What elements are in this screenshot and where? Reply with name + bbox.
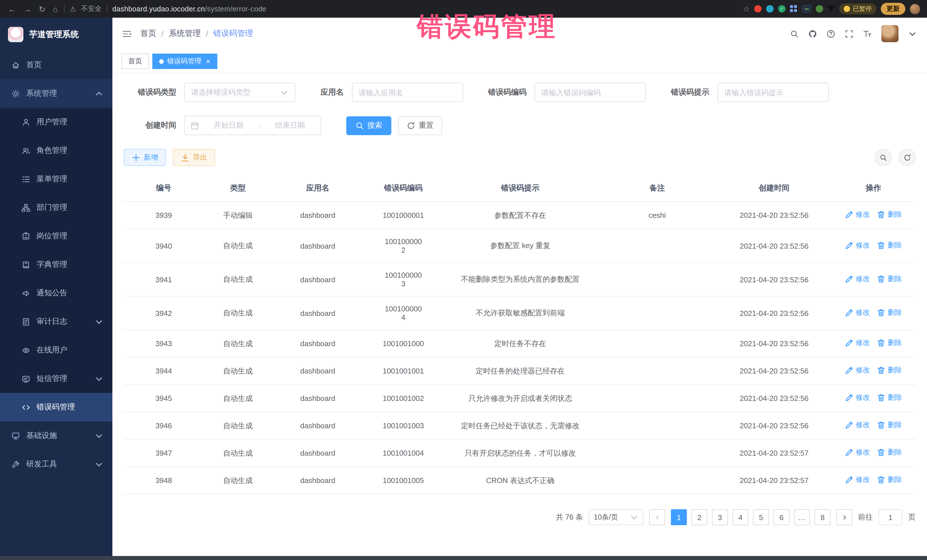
delete-link[interactable]: 删除 <box>877 366 902 375</box>
sidebar-item-5[interactable]: 部门管理 <box>0 193 112 222</box>
breadcrumb-item[interactable]: 系统管理 <box>169 29 201 39</box>
edit-link[interactable]: 修改 <box>845 448 870 457</box>
edit-icon <box>845 393 853 402</box>
logo[interactable]: 芋道管理系统 <box>0 18 112 51</box>
sidebar-item-12[interactable]: 错误码管理 <box>0 393 112 422</box>
fullscreen-icon[interactable] <box>845 29 853 38</box>
delete-link[interactable]: 删除 <box>877 338 902 348</box>
extension-icon-teal[interactable] <box>766 5 774 12</box>
sidebar-item-10[interactable]: 在线用户 <box>0 336 112 364</box>
show-search-button[interactable] <box>874 149 892 166</box>
next-page-button[interactable] <box>836 509 852 525</box>
reset-button[interactable]: 重置 <box>398 116 442 135</box>
font-size-icon[interactable] <box>863 29 872 38</box>
error-hint-input[interactable] <box>717 83 828 102</box>
edit-icon <box>845 339 853 347</box>
delete-icon <box>877 421 885 429</box>
delete-link[interactable]: 删除 <box>877 475 902 485</box>
sidebar-item-14[interactable]: 研发工具 <box>0 450 112 478</box>
browser-home-button[interactable]: ⌂ <box>52 4 59 14</box>
sidebar-item-4[interactable]: 菜单管理 <box>0 165 112 193</box>
error-type-select[interactable]: 请选择错误码类型 <box>184 83 295 102</box>
page-button-6[interactable]: 6 <box>774 509 790 525</box>
browser-reload-button[interactable]: ↻ <box>38 4 47 14</box>
address-bar[interactable]: dashboard.yudao.iocoder.cn/system/error-… <box>112 5 266 13</box>
tab-0[interactable]: 首页 <box>122 54 149 69</box>
app-name-input[interactable] <box>352 83 463 102</box>
delete-link[interactable]: 删除 <box>877 210 902 220</box>
sidebar-item-9[interactable]: 审计日志 <box>0 307 112 336</box>
sidebar-item-3[interactable]: 角色管理 <box>0 136 112 165</box>
extension-icon-red[interactable] <box>754 5 761 12</box>
sidebar-item-1[interactable]: 系统管理 <box>0 79 112 108</box>
github-icon[interactable] <box>808 29 817 38</box>
search-button[interactable]: 搜索 <box>346 116 391 135</box>
browser-profile-avatar[interactable] <box>910 4 920 14</box>
sidebar-item-label: 研发工具 <box>26 459 57 469</box>
more-pages-button[interactable]: ... <box>794 509 810 525</box>
page-button-5[interactable]: 5 <box>753 509 769 525</box>
delete-link[interactable]: 删除 <box>877 308 902 317</box>
delete-link[interactable]: 删除 <box>877 448 902 457</box>
edit-link[interactable]: 修改 <box>845 338 870 348</box>
extension-icon-grid[interactable] <box>790 5 798 12</box>
sidebar-item-13[interactable]: 基础设施 <box>0 422 112 450</box>
page-button-2[interactable]: 2 <box>691 509 707 525</box>
page-button-8[interactable]: 8 <box>815 509 831 525</box>
add-button[interactable]: 新增 <box>124 149 166 166</box>
breadcrumb-item[interactable]: 首页 <box>140 29 156 39</box>
delete-icon <box>877 275 885 283</box>
date-range-picker[interactable]: 开始日期 - 结束日期 <box>184 116 321 135</box>
sidebar-item-label: 用户管理 <box>36 117 67 127</box>
delete-link[interactable]: 删除 <box>877 420 902 430</box>
browser-forward-button[interactable]: → <box>22 4 32 14</box>
delete-link[interactable]: 删除 <box>877 393 902 403</box>
page-button-3[interactable]: 3 <box>712 509 728 525</box>
goto-page-input[interactable] <box>878 509 903 525</box>
column-header: 备注 <box>597 175 717 202</box>
edit-link[interactable]: 修改 <box>845 210 870 220</box>
page-button-4[interactable]: 4 <box>732 509 748 525</box>
hamburger-icon[interactable] <box>123 29 131 38</box>
edit-link[interactable]: 修改 <box>845 240 870 250</box>
bookmark-star-icon[interactable]: ☆ <box>743 5 749 13</box>
gear-icon <box>11 89 20 98</box>
edit-link[interactable]: 修改 <box>845 274 870 284</box>
search-icon[interactable] <box>790 29 799 38</box>
sidebar-item-8[interactable]: 通知公告 <box>0 279 112 307</box>
tab-1[interactable]: 错误码管理× <box>152 54 217 69</box>
search-icon <box>356 121 364 130</box>
edit-icon <box>845 211 853 219</box>
error-code-input[interactable] <box>535 83 646 102</box>
update-button[interactable]: 更新 <box>881 3 905 15</box>
sidebar-item-0[interactable]: 首页 <box>0 51 112 79</box>
export-button[interactable]: 导出 <box>173 149 215 166</box>
delete-link[interactable]: 删除 <box>877 274 902 284</box>
browser-back-button[interactable]: ← <box>7 4 17 14</box>
delete-link[interactable]: 删除 <box>877 240 902 250</box>
extension-icon-leaf[interactable] <box>816 5 823 12</box>
help-icon[interactable] <box>827 29 835 38</box>
extension-icon-on[interactable]: on <box>802 5 811 12</box>
caret-down-icon[interactable] <box>908 29 917 38</box>
edit-link[interactable]: 修改 <box>845 308 870 317</box>
page-size-select[interactable]: 10条/页 <box>589 509 643 525</box>
refresh-table-button[interactable] <box>898 149 916 166</box>
page-button-1[interactable]: 1 <box>671 509 687 525</box>
edit-link[interactable]: 修改 <box>845 420 870 430</box>
paused-badge[interactable]: 已暂停 <box>839 3 876 14</box>
sidebar-item-2[interactable]: 用户管理 <box>0 108 112 136</box>
prev-page-button[interactable] <box>649 509 665 525</box>
breadcrumb-separator: / <box>206 29 208 38</box>
user-avatar[interactable] <box>881 25 898 42</box>
sidebar-item-6[interactable]: 岗位管理 <box>0 222 112 250</box>
edit-link[interactable]: 修改 <box>845 366 870 375</box>
edit-link[interactable]: 修改 <box>845 475 870 485</box>
extension-icon-green[interactable]: ✓ <box>778 5 786 12</box>
sidebar-item-7[interactable]: 字典管理 <box>0 250 112 279</box>
tab-close-icon[interactable]: × <box>206 58 210 65</box>
sidebar-item-label: 首页 <box>26 60 42 70</box>
sidebar-item-11[interactable]: 短信管理 <box>0 364 112 393</box>
edit-link[interactable]: 修改 <box>845 393 870 403</box>
extension-pin-icon[interactable] <box>828 6 834 12</box>
